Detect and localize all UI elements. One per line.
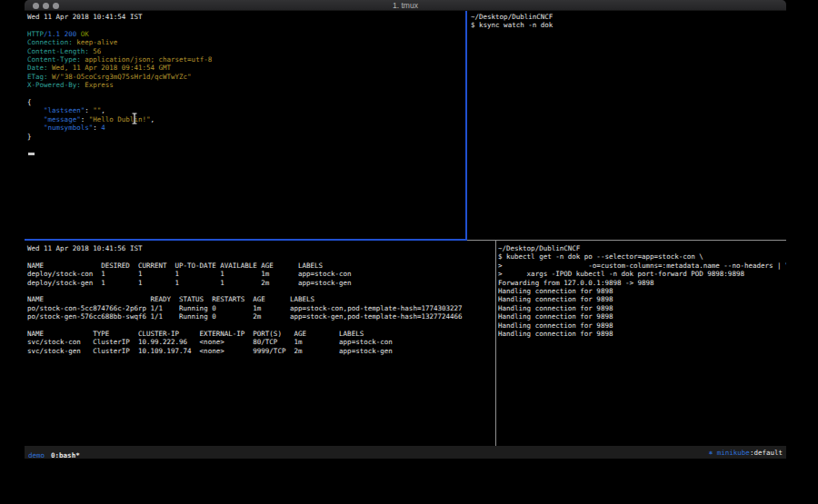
table-row: deploy/stock-gen11112mapp=stock-gen: [27, 279, 495, 287]
json-value: 4: [101, 124, 105, 132]
header-sep: :: [76, 55, 85, 64]
deployments-table: NAMEDESIREDCURRENTUP-TO-DATEAVAILABLEAGE…: [27, 262, 495, 287]
cell: 1: [175, 279, 221, 287]
timestamp-line: Wed 11 Apr 2018 10:41:54 IST: [27, 13, 464, 21]
kube-namespace: :default: [750, 449, 783, 457]
pane-port-forward[interactable]: ~/Desktop/DublinCNCF $ kubectl get -n do…: [496, 241, 786, 446]
pane-ksync[interactable]: ~/Desktop/DublinCNCF $ ksync watch -n do…: [467, 11, 786, 239]
cell: 2m: [294, 347, 339, 355]
json-sep: :: [85, 106, 93, 114]
col-header: LABELS: [339, 330, 364, 338]
header-sep: :: [68, 38, 76, 46]
cell: 1/1: [150, 312, 179, 321]
command-continuation-line: > xargs -IPOD kubectl -n dok port-forwar…: [498, 270, 786, 278]
col-header: AGE: [253, 295, 290, 303]
desktop: { "colors": { "fg": "#e4e4e4", "cyan": "…: [0, 0, 818, 504]
header-name: Content-Length: [27, 47, 85, 55]
cell: 2m: [261, 279, 298, 287]
header-value: Express: [85, 81, 114, 89]
command-line: $ ksync watch -n dok: [471, 21, 786, 29]
col-header: AGE: [294, 330, 339, 338]
cwd-line: ~/Desktop/DublinCNCF: [471, 13, 786, 21]
mouse-ibeam-cursor: [131, 113, 138, 124]
pane-http-response[interactable]: Wed 11 Apr 2018 10:41:54 IST HTTP/1.1 20…: [25, 11, 465, 239]
json-close-brace: }: [27, 133, 464, 141]
col-header: UP-TO-DATE: [175, 262, 221, 270]
cell: svc/stock-gen: [27, 347, 93, 355]
header-sep: :: [44, 64, 52, 72]
status-right: ⎈ minikube:default: [684, 440, 783, 465]
timestamp-line: Wed 11 Apr 2018 10:41:56 IST: [27, 244, 495, 252]
json-comma: ,: [150, 115, 155, 124]
table-row: deploy/stock-con11111mapp=stock-con: [27, 270, 495, 278]
table-row: po/stock-gen-576cc688bb-swqf61/1Running0…: [27, 312, 495, 321]
header-name: ETag: [27, 73, 44, 81]
header-name: Connection: [27, 38, 68, 46]
col-header: LABELS: [290, 295, 314, 303]
cell: app=stock-con: [339, 338, 393, 346]
col-header: CURRENT: [138, 262, 175, 270]
status-left: demo0:bash*: [28, 444, 80, 461]
cell: 1: [138, 270, 175, 278]
cell: 0: [212, 304, 253, 312]
cell: <none>: [200, 338, 254, 346]
handling-line: Handling connection for 9898: [498, 304, 786, 312]
cwd-line: ~/Desktop/DublinCNCF: [498, 244, 786, 252]
header-value: W/"38-O5coCsrg3mQ75sHr1d/qcWTwYZc": [52, 73, 192, 81]
blank-line: [27, 21, 464, 29]
cell: ClusterIP: [93, 347, 138, 355]
json-field-message: "message": "Hello Dublin!",: [27, 115, 464, 124]
header-sep: :: [44, 73, 52, 81]
header-sep: :: [85, 47, 93, 55]
cell: 1: [220, 270, 261, 278]
header-value: 56: [93, 47, 101, 55]
cell: 2m: [253, 312, 290, 321]
col-header: AVAILABLE: [220, 262, 261, 270]
col-header: STATUS: [179, 295, 212, 303]
http-header-line: Content-Length: 56: [27, 47, 464, 55]
pane-kubectl-get[interactable]: Wed 11 Apr 2018 10:41:56 IST NAMEDESIRED…: [25, 241, 495, 446]
pane-divider-vertical[interactable]: [495, 241, 496, 446]
window-item[interactable]: 0:bash*: [51, 451, 80, 460]
col-header: CLUSTER-IP: [138, 330, 200, 338]
http-header-line: Date: Wed, 11 Apr 2018 09:41:54 GMT: [27, 64, 464, 72]
cell: po/stock-gen-576cc688bb-swqf6: [27, 312, 150, 321]
json-key: "numsymbols": [44, 124, 93, 132]
pane-divider-horizontal-active[interactable]: [25, 239, 467, 241]
json-comma: ,: [101, 106, 105, 114]
cell: 10.109.197.74: [138, 347, 200, 355]
json-field-lastseen: "lastseen": "",: [27, 106, 464, 114]
command-line: $ kubectl get -n dok po --selector=app=s…: [498, 252, 786, 261]
col-header: EXTERNAL-IP: [200, 330, 254, 338]
cell: 9999/TCP: [253, 347, 294, 355]
json-sep: :: [93, 124, 101, 132]
cell: app=stock-con: [298, 270, 352, 278]
cell: app=stock-gen: [339, 347, 393, 355]
terminal-cursor: [28, 153, 35, 155]
col-header: DESIRED: [101, 262, 138, 270]
kube-context: minikube: [717, 449, 750, 457]
table-header-row: NAMETYPECLUSTER-IPEXTERNAL-IPPORT(S)AGEL…: [27, 330, 495, 338]
table-header-row: NAMEREADYSTATUSRESTARTSAGELABELS: [27, 295, 495, 303]
json-key: "message": [44, 115, 81, 124]
col-header: READY: [150, 295, 179, 303]
col-header: LABELS: [298, 262, 323, 270]
header-value: application/json; charset=utf-8: [85, 55, 212, 64]
cell: svc/stock-con: [27, 338, 93, 346]
cell: 1: [101, 279, 138, 287]
col-header: TYPE: [93, 330, 138, 338]
col-header: PORT(S): [253, 330, 294, 338]
pane-divider-vertical-active[interactable]: [465, 11, 467, 239]
blank-line: [27, 287, 495, 295]
cell: 1m: [294, 338, 339, 346]
window-titlebar[interactable]: 1. tmux: [25, 0, 786, 11]
cell: Running: [179, 304, 212, 312]
table-row: svc/stock-conClusterIP10.99.222.96<none>…: [27, 338, 495, 346]
handling-line: Handling connection for 9898: [498, 330, 786, 338]
cell: 0: [212, 312, 253, 321]
cell: deploy/stock-con: [27, 270, 101, 278]
cell: ClusterIP: [93, 338, 138, 346]
handling-line: Handling connection for 9898: [498, 287, 786, 295]
json-field-numsymbols: "numsymbols": 4: [27, 124, 464, 132]
pane-divider-horizontal[interactable]: [467, 240, 786, 241]
